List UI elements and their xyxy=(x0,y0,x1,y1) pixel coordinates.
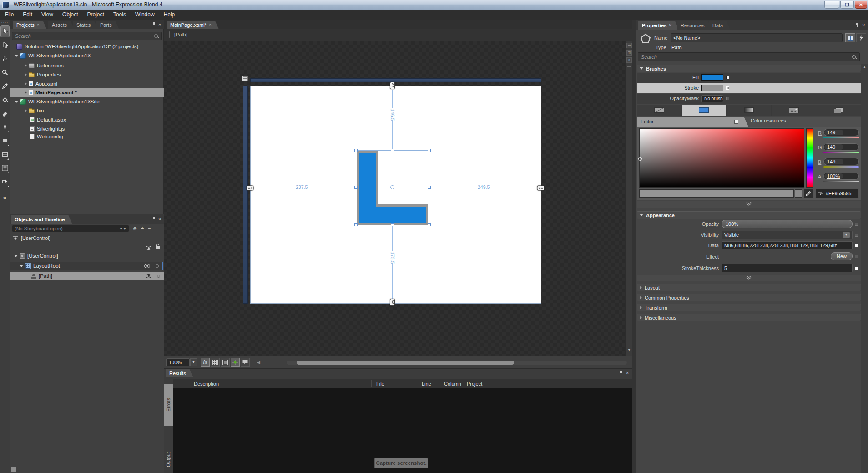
collapse-arrow-icon[interactable] xyxy=(15,55,18,57)
menu-window[interactable]: Window xyxy=(131,10,159,20)
horizontal-scrollbar-track[interactable] xyxy=(287,361,627,365)
text-tool[interactable] xyxy=(0,162,10,174)
expand-arrow-icon[interactable] xyxy=(25,82,27,86)
storyboard-dropdown[interactable]: (No Storyboard open) ▼▼ xyxy=(12,225,129,232)
tree-item-web-config[interactable]: Web.config xyxy=(10,132,164,141)
direct-selection-tool[interactable] xyxy=(0,39,10,51)
panel-close-icon[interactable]: × xyxy=(862,23,865,27)
horizontal-scrollbar-thumb[interactable] xyxy=(297,361,514,365)
menu-view[interactable]: View xyxy=(37,10,58,20)
errors-side-tab[interactable]: Errors xyxy=(164,384,173,426)
tree-item-project1[interactable]: WFSilverlightApplication13 xyxy=(10,51,164,60)
panel-close-icon[interactable]: × xyxy=(158,217,161,221)
storyboard-close-icon[interactable]: ⊗ xyxy=(133,226,137,231)
tile-brush-button[interactable] xyxy=(772,105,817,116)
scroll-up-icon[interactable]: ▲ xyxy=(861,64,868,69)
resize-handle-w[interactable] xyxy=(354,186,358,189)
snap-grid-button[interactable] xyxy=(221,358,230,367)
appearance-advanced-toggle[interactable] xyxy=(637,275,861,281)
color-resources-tab[interactable]: Color resources xyxy=(751,118,786,123)
properties-scrollbar[interactable]: ▲ xyxy=(861,64,868,473)
miscellaneous-section-header[interactable]: Miscellaneous xyxy=(637,314,861,321)
brush-resources-button[interactable] xyxy=(816,105,861,116)
capture-screenshot-tooltip[interactable]: Capture screenshot. xyxy=(374,458,428,468)
name-field[interactable]: <No Name> xyxy=(671,33,843,42)
b-label[interactable]: B xyxy=(818,159,821,165)
tab-properties[interactable]: Properties× xyxy=(638,21,679,30)
lock-icon[interactable] xyxy=(156,244,160,250)
scope-breadcrumb[interactable]: [UserControl] xyxy=(13,235,50,241)
data-field[interactable]: M86,68L86,225L238,225L238,185L129,185L12… xyxy=(722,241,853,249)
expand-arrow-icon[interactable] xyxy=(25,64,27,67)
resize-handle-nw[interactable] xyxy=(354,149,358,152)
margin-anchor-bottom-icon[interactable] xyxy=(390,299,395,306)
menu-file[interactable]: File xyxy=(0,10,18,20)
tab-assets[interactable]: Assets xyxy=(48,21,74,29)
opacity-field[interactable]: 100% xyxy=(722,220,853,228)
resize-handle-n[interactable] xyxy=(391,149,394,152)
scroll-down-icon[interactable]: ▼ xyxy=(626,348,632,353)
tab-projects[interactable]: Projects× xyxy=(13,21,47,29)
tab-close-icon[interactable]: × xyxy=(669,21,671,30)
pin-icon[interactable] xyxy=(855,23,859,27)
brushes-advanced-toggle[interactable] xyxy=(637,201,861,208)
visibility-eye-icon[interactable] xyxy=(144,264,150,268)
tab-states[interactable]: States xyxy=(73,21,98,29)
xaml-view-icon[interactable]: ‹› xyxy=(626,57,632,63)
tab-close-icon[interactable]: × xyxy=(37,21,40,29)
stroke-row[interactable]: Stroke xyxy=(637,83,861,93)
tab-close-icon[interactable]: × xyxy=(209,21,212,29)
editor-options-button[interactable] xyxy=(734,120,738,124)
resize-handle-s[interactable] xyxy=(391,223,394,226)
column-file[interactable]: File xyxy=(376,379,384,388)
zoom-dropdown-chevron[interactable]: ▼ xyxy=(190,358,197,366)
editor-tab[interactable]: Editor xyxy=(637,117,748,127)
hue-strip[interactable] xyxy=(806,128,813,188)
zoom-tool[interactable] xyxy=(0,66,10,78)
brushes-section-header[interactable]: Brushes xyxy=(637,65,861,72)
lock-dot[interactable] xyxy=(156,264,159,268)
center-point-handle[interactable] xyxy=(390,185,394,189)
tree-item-bin[interactable]: bin xyxy=(10,107,164,115)
pin-icon[interactable] xyxy=(152,22,156,27)
resize-handle-e[interactable] xyxy=(428,186,431,189)
storyboard-remove-icon[interactable]: − xyxy=(148,225,151,231)
opacity-advanced-marker[interactable] xyxy=(855,223,858,226)
g-field[interactable]: 149 xyxy=(823,143,859,151)
layout-section-header[interactable]: Layout xyxy=(637,284,861,291)
tab-data[interactable]: Data xyxy=(709,21,730,30)
scroll-left-icon[interactable]: ◀ xyxy=(257,360,260,365)
tree-item-project2[interactable]: WFSilverlightApplication13Site xyxy=(10,97,164,106)
strokethickness-advanced-marker[interactable] xyxy=(855,267,858,270)
collapse-arrow-icon[interactable] xyxy=(14,255,18,257)
storyboard-add-icon[interactable]: + xyxy=(141,225,144,231)
strokethickness-field[interactable]: 5 xyxy=(722,264,853,272)
r-field[interactable]: 149 xyxy=(823,129,859,136)
objects-tree-path[interactable]: [Path] xyxy=(10,272,164,280)
margin-anchor-right-icon[interactable] xyxy=(537,186,545,191)
visibility-advanced-marker[interactable] xyxy=(855,234,858,237)
snapping-toggle-button[interactable] xyxy=(231,358,240,367)
menu-object[interactable]: Object xyxy=(58,10,83,20)
b-slider[interactable] xyxy=(823,166,859,168)
zoom-level-field[interactable]: 100% xyxy=(166,358,190,366)
column-line[interactable]: Line xyxy=(422,379,431,388)
projects-search[interactable] xyxy=(12,32,162,40)
minimize-button[interactable]: — xyxy=(824,1,839,9)
fill-row[interactable]: Fill xyxy=(637,73,861,83)
tree-item-properties[interactable]: Properties xyxy=(10,71,164,79)
expand-arrow-icon[interactable] xyxy=(25,109,27,112)
margin-anchor-left-icon[interactable] xyxy=(247,186,254,191)
panel-close-icon[interactable]: × xyxy=(158,22,161,27)
tree-item-references[interactable]: References xyxy=(10,61,164,70)
projects-search-input[interactable] xyxy=(15,33,154,39)
expand-arrow-icon[interactable] xyxy=(25,91,27,94)
swap-arrows-icon[interactable] xyxy=(818,191,824,195)
r-label[interactable]: R xyxy=(818,130,822,136)
grid-mode-widget[interactable] xyxy=(242,76,248,81)
pin-icon[interactable] xyxy=(619,371,623,375)
solid-brush-button[interactable] xyxy=(682,105,727,116)
a-slider[interactable] xyxy=(823,181,859,182)
common-properties-section-header[interactable]: Common Properties xyxy=(637,294,861,301)
appearance-section-header[interactable]: Appearance xyxy=(637,211,861,219)
